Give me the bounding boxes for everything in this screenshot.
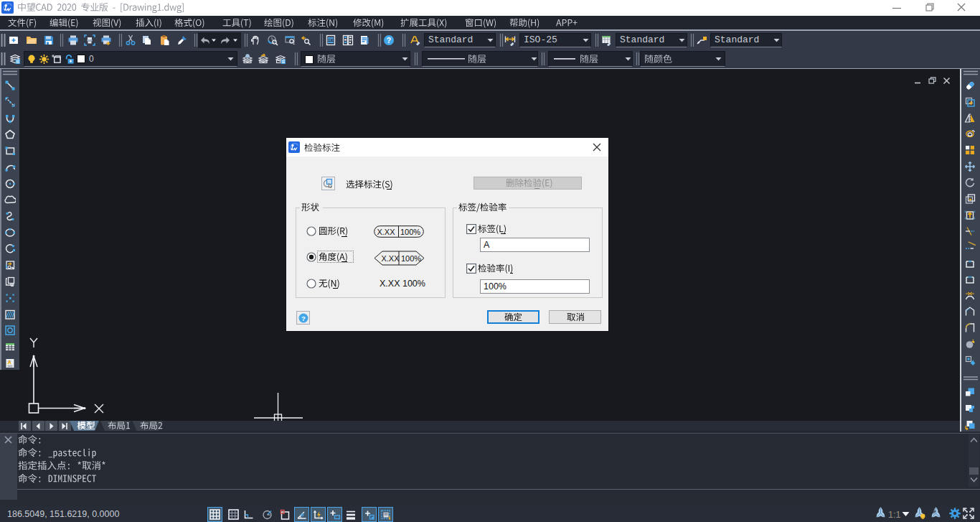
svg-text:?: ? — [301, 314, 306, 322]
svg-text:X.XX: X.XX — [377, 228, 395, 236]
svg-text:X.XX: X.XX — [381, 254, 400, 263]
svg-text:100%: 100% — [401, 254, 421, 263]
svg-text:100%: 100% — [400, 228, 420, 236]
svg-text:?: ? — [387, 36, 391, 45]
